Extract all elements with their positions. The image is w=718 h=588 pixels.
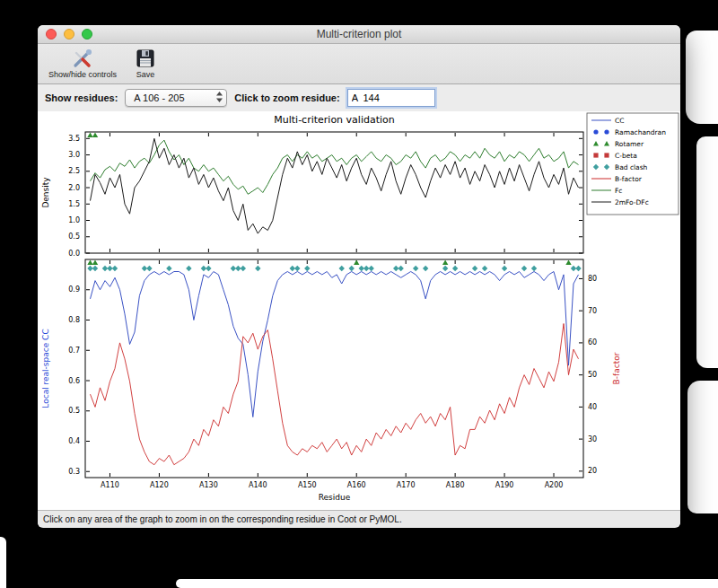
screen-artifact [0, 537, 6, 588]
svg-text:0.8: 0.8 [68, 316, 80, 324]
svg-text:1.0: 1.0 [68, 216, 80, 224]
svg-text:A140: A140 [249, 481, 267, 489]
screen-artifact [696, 136, 718, 368]
svg-text:A120: A120 [150, 481, 169, 489]
traffic-lights [46, 29, 92, 39]
svg-text:Rotamer: Rotamer [615, 140, 644, 148]
svg-text:30: 30 [588, 435, 597, 443]
svg-text:50: 50 [588, 371, 597, 379]
show-hide-controls-label: Show/hide controls [48, 70, 117, 79]
svg-text:0.5: 0.5 [68, 407, 80, 415]
svg-text:A170: A170 [397, 481, 416, 489]
svg-text:3.0: 3.0 [68, 151, 80, 159]
zoom-residue-label: Click to zoom residue: [234, 92, 339, 103]
svg-text:A110: A110 [101, 481, 119, 489]
status-text: Click on any area of the graph to zoom i… [43, 514, 402, 524]
close-button[interactable] [46, 29, 57, 39]
svg-text:3.5: 3.5 [68, 135, 80, 143]
svg-text:2.5: 2.5 [68, 167, 80, 175]
svg-text:Bad clash: Bad clash [615, 163, 648, 171]
svg-text:2.0: 2.0 [68, 184, 80, 192]
svg-text:A130: A130 [199, 481, 218, 489]
svg-text:A150: A150 [298, 481, 317, 489]
svg-text:C-beta: C-beta [615, 152, 637, 160]
svg-text:0.0: 0.0 [68, 250, 80, 258]
svg-text:Local real-space CC: Local real-space CC [41, 329, 50, 408]
residue-range-select[interactable]: A 106 - 205 [125, 89, 227, 107]
svg-text:2mFo-DFc: 2mFo-DFc [615, 198, 649, 206]
svg-text:CC: CC [615, 117, 624, 125]
save-button[interactable]: Save [135, 46, 156, 79]
show-hide-controls-button[interactable]: Show/hide controls [48, 46, 117, 79]
svg-text:1.5: 1.5 [68, 200, 80, 208]
svg-text:Multi-criterion validation: Multi-criterion validation [274, 114, 395, 126]
window-titlebar[interactable]: Multi-criterion plot [38, 25, 680, 44]
svg-text:80: 80 [588, 275, 597, 283]
residue-range-value: A 106 - 205 [134, 92, 184, 103]
svg-text:Fc: Fc [615, 187, 622, 195]
svg-text:A160: A160 [347, 481, 366, 489]
status-bar: Click on any area of the graph to zoom i… [38, 510, 680, 527]
show-residues-label: Show residues: [45, 92, 118, 103]
save-label: Save [136, 70, 155, 79]
svg-text:70: 70 [588, 307, 597, 315]
svg-text:0.3: 0.3 [68, 468, 80, 476]
svg-text:B-factor: B-factor [612, 352, 621, 384]
window-title: Multi-criterion plot [38, 25, 680, 43]
screen-artifact [176, 579, 718, 588]
svg-text:0.6: 0.6 [68, 377, 80, 385]
svg-text:0.7: 0.7 [68, 347, 80, 355]
svg-text:0.5: 0.5 [68, 233, 80, 241]
minimize-button[interactable] [64, 29, 74, 39]
svg-text:40: 40 [588, 403, 597, 411]
svg-text:0.4: 0.4 [68, 437, 80, 445]
plot-figure[interactable]: Multi-criterion validation0.00.51.01.52.… [38, 111, 680, 510]
svg-text:60: 60 [588, 338, 597, 347]
svg-text:A190: A190 [495, 481, 514, 489]
svg-text:Ramachandran: Ramachandran [615, 128, 666, 136]
tools-icon [71, 46, 94, 70]
validation-plot-svg[interactable]: Multi-criterion validation0.00.51.01.52.… [38, 111, 680, 510]
save-floppy-icon [135, 46, 156, 70]
svg-text:A180: A180 [446, 481, 465, 489]
toolbar: Show/hide controls Save [38, 44, 680, 84]
svg-text:B-factor: B-factor [615, 175, 643, 183]
controls-row: Show residues: A 106 - 205 Click to zoom… [38, 84, 680, 111]
svg-text:Density: Density [41, 177, 50, 208]
screen-artifact [687, 381, 718, 513]
svg-text:0.9: 0.9 [68, 285, 80, 294]
screen-artifact [686, 31, 718, 124]
stepper-arrows-icon [215, 91, 223, 105]
zoom-window-button[interactable] [82, 29, 92, 39]
zoom-residue-input[interactable] [347, 89, 435, 107]
svg-text:20: 20 [588, 467, 597, 475]
svg-text:Residue: Residue [319, 493, 351, 502]
multi-criterion-plot-window: Multi-criterion plot Show/hide controls [38, 25, 680, 528]
svg-text:A200: A200 [545, 481, 564, 489]
